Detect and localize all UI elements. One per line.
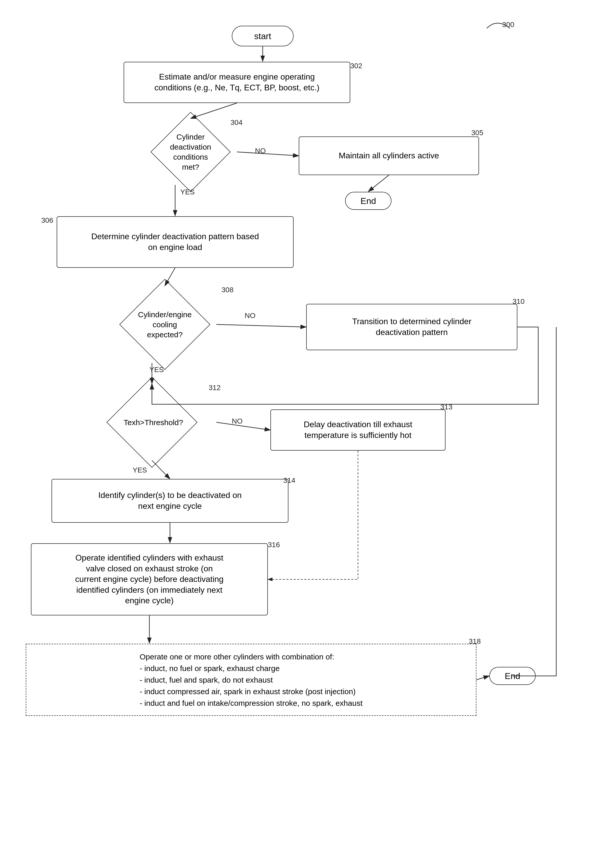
arrow-label-no2: NO <box>245 312 256 320</box>
box-302: Estimate and/or measure engine operating… <box>124 62 350 103</box>
svg-line-3 <box>191 103 237 118</box>
ref-312: 312 <box>209 384 221 392</box>
svg-line-8 <box>216 324 306 327</box>
ref-310: 310 <box>512 298 525 305</box>
ref-318: 318 <box>469 637 481 646</box>
svg-line-14 <box>477 676 489 680</box>
arrow-label-no1: NO <box>255 147 266 155</box>
ref-316: 316 <box>268 541 280 549</box>
box-316: Operate identified cylinders with exhaus… <box>31 543 268 615</box>
diamond-308: Cylinder/engine cooling expected? <box>113 286 216 363</box>
ref-314: 314 <box>283 476 295 485</box>
ref-305: 305 <box>471 129 483 137</box>
arrow-label-yes3: YES <box>133 466 147 474</box>
ref-313: 313 <box>440 403 452 411</box>
ref-306: 306 <box>41 216 53 225</box>
diamond-304: Cylinder deactivation conditions met? <box>144 118 237 185</box>
flowchart-diagram: 300 start Estimate and/or measure engine… <box>0 0 607 868</box>
ref-308: 308 <box>222 286 234 294</box>
box-314: Identify cylinder(s) to be deactivated o… <box>51 479 289 523</box>
ref-304: 304 <box>230 118 242 127</box>
end-terminal-1: End <box>345 192 391 210</box>
arrow-label-no3: NO <box>232 417 242 425</box>
svg-line-10 <box>216 422 270 430</box>
diamond-312: Texh>Threshold? <box>101 384 203 461</box>
box-305: Maintain all cylinders active <box>299 136 479 175</box>
svg-line-4 <box>237 152 299 156</box>
ref-300: 300 <box>502 20 514 29</box>
svg-line-5 <box>368 175 389 192</box>
end-terminal-2: End <box>489 667 536 685</box>
ref-302: 302 <box>350 62 362 70</box>
box-313: Delay deactivation till exhaust temperat… <box>270 409 446 451</box>
box-306: Determine cylinder deactivation pattern … <box>57 216 293 268</box>
start-terminal: start <box>232 26 293 46</box>
arrow-label-yes2: YES <box>149 366 164 374</box>
box-310: Transition to determined cylinder deacti… <box>306 304 517 350</box>
box-318: Operate one or more other cylinders with… <box>26 644 477 716</box>
arrow-label-yes1: YES <box>180 188 195 196</box>
